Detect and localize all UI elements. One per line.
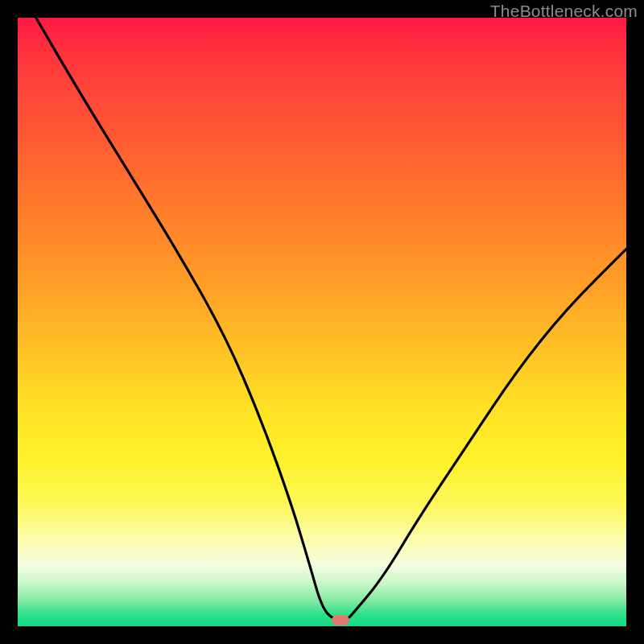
- plot-area: [18, 18, 626, 626]
- bottleneck-curve: [18, 18, 626, 626]
- chart-frame: TheBottleneck.com: [0, 0, 644, 644]
- optimal-marker: [332, 615, 349, 625]
